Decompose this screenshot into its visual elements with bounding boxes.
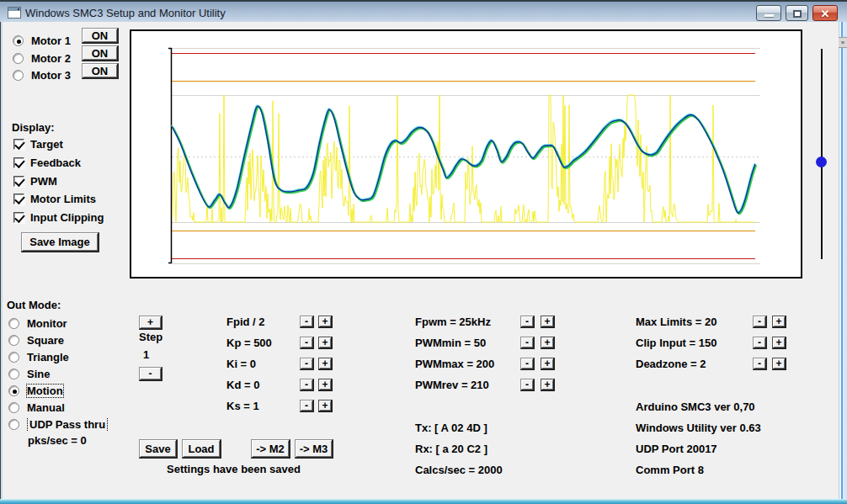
step-plus-button[interactable]: + [139,316,162,330]
pwmmax-plus-button[interactable]: + [541,358,555,370]
calcs-label: Calcs/sec = 2000 [415,464,503,476]
save-image-button[interactable]: Save Image [21,232,99,252]
motor-1-radio[interactable] [13,35,24,46]
window-border-right [839,22,847,499]
ki-minus-button[interactable]: - [300,358,314,370]
sine-label: Sine [27,368,50,380]
pwmmin-minus-button[interactable]: - [520,337,535,349]
pks-per-sec-label: pks/sec = 0 [28,435,87,447]
pwmmax-label: PWMmax = 200 [415,358,494,370]
square-label: Square [27,334,64,347]
ki-label: Ki = 0 [226,358,256,370]
display-feedback-row[interactable]: Feedback [13,157,81,169]
fpid-label: Fpid / 2 [226,316,265,328]
maximize-icon [793,10,802,18]
feedback-checkbox[interactable] [13,157,24,168]
clip-input-minus-button[interactable]: - [753,337,767,349]
sine-radio[interactable] [8,369,19,379]
copy-to-m2-button[interactable]: -> M2 [251,439,290,459]
ks-minus-button[interactable]: - [300,400,314,412]
ks-plus-button[interactable]: + [318,400,333,412]
fpwm-plus-button[interactable]: + [541,316,555,328]
outmode-sine-row[interactable]: Sine [8,368,50,380]
motor-3-radio[interactable] [13,70,24,81]
max-limits-minus-button[interactable]: - [753,316,767,328]
outmode-udp-row[interactable]: UDP Pass thru [8,418,108,431]
display-section-label: Display: [12,122,55,134]
kp-minus-button[interactable]: - [300,337,314,349]
motor-2-radio[interactable] [13,53,24,64]
triangle-label: Triangle [27,351,69,363]
motor-limits-checkbox[interactable] [13,194,24,204]
outmode-motion-row[interactable]: Motion [8,385,63,397]
motor-3-on-button[interactable]: ON [82,63,119,79]
step-label: Step [139,332,162,343]
background-window-fragment: » [839,37,847,48]
motor-1-radio-row[interactable]: Motor 1 [13,34,71,47]
trace-position-slider-track[interactable] [821,49,823,259]
display-pwm-row[interactable]: PWM [13,175,57,188]
trace-position-slider-thumb[interactable] [816,157,827,167]
square-radio[interactable] [8,335,19,346]
step-minus-button[interactable]: - [139,367,162,381]
pwmrev-plus-button[interactable]: + [541,379,555,391]
fpid-minus-button[interactable]: - [300,316,314,328]
monitor-radio[interactable] [8,318,19,329]
target-checkbox[interactable] [13,139,24,150]
ki-plus-button[interactable]: + [318,358,333,370]
motion-radio[interactable] [8,385,19,396]
close-icon: ✕ [813,7,837,21]
scope-traces [131,31,801,277]
pwmmin-plus-button[interactable]: + [541,337,555,349]
pwm-checkbox[interactable] [13,176,24,187]
fpwm-minus-button[interactable]: - [520,316,535,328]
minimize-button[interactable] [756,5,781,21]
fpid-plus-button[interactable]: + [318,316,333,328]
deadzone-plus-button[interactable]: + [772,358,786,370]
comm-port-label: Comm Port 8 [636,464,704,476]
deadzone-minus-button[interactable]: - [753,358,767,370]
motor-limits-checkbox-label: Motor Limits [30,193,96,205]
display-input-clipping-row[interactable]: Input Clipping [13,211,104,224]
udp-pass-thru-label: UDP Pass thru [27,418,108,431]
motor-2-radio-row[interactable]: Motor 2 [13,52,71,65]
kd-plus-button[interactable]: + [318,379,333,391]
clip-input-label: Clip Input = 150 [636,337,716,349]
windows-utility-version-label: Windows Utility ver 0.63 [636,422,761,434]
motor-1-label: Motor 1 [31,34,71,47]
minimize-icon [764,14,774,17]
close-button[interactable]: ✕ [812,5,838,21]
app-icon [8,7,21,19]
outmode-triangle-row[interactable]: Triangle [8,351,69,363]
motion-label: Motion [27,385,63,397]
copy-to-m3-button[interactable]: -> M3 [295,439,333,459]
pwmmin-label: PWMmin = 50 [415,337,486,349]
display-motor-limits-row[interactable]: Motor Limits [13,193,96,205]
kp-plus-button[interactable]: + [318,337,333,349]
triangle-radio[interactable] [8,352,19,363]
motor-2-on-button[interactable]: ON [82,45,119,61]
motor-3-radio-row[interactable]: Motor 3 [13,69,71,82]
pwmrev-minus-button[interactable]: - [520,379,535,391]
kd-minus-button[interactable]: - [300,379,314,391]
max-limits-plus-button[interactable]: + [772,316,786,328]
tx-label: Tx: [ A 02 4D ] [415,422,487,434]
outmode-manual-row[interactable]: Manual [8,401,65,414]
udp-pass-thru-radio[interactable] [8,419,19,430]
window-border-left-inner [1,22,3,499]
input-clipping-checkbox[interactable] [13,212,24,223]
clip-input-plus-button[interactable]: + [772,337,786,349]
pwmmax-minus-button[interactable]: - [520,358,535,370]
fpwm-label: Fpwm = 25kHz [415,316,491,328]
outmode-monitor-row[interactable]: Monitor [8,317,67,330]
maximize-button[interactable] [786,5,808,21]
pwm-checkbox-label: PWM [30,175,57,188]
motor-3-label: Motor 3 [31,69,71,82]
save-button[interactable]: Save [139,439,178,459]
outmode-square-row[interactable]: Square [8,334,64,347]
motor-1-on-button[interactable]: ON [82,28,119,44]
load-button[interactable]: Load [182,439,221,459]
manual-radio[interactable] [8,402,19,413]
display-target-row[interactable]: Target [13,138,63,151]
target-checkbox-label: Target [30,138,63,151]
